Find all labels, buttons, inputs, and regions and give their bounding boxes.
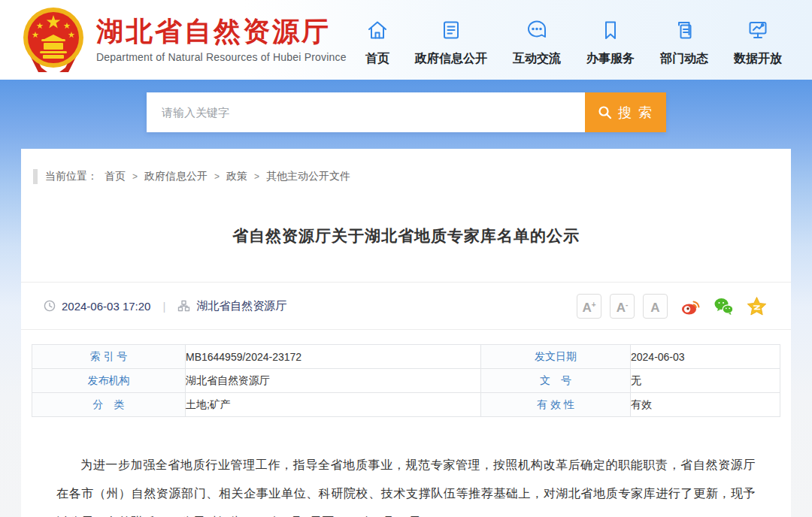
national-emblem-logo — [21, 6, 86, 75]
department-news-icon — [673, 19, 695, 44]
meta-label-doc-number: 文 号 — [480, 369, 630, 393]
site-header: 湖北省自然资源厅 Department of Natural Resources… — [0, 0, 812, 80]
table-row: 发布机构 湖北省自然资源厅 文 号 无 — [32, 369, 780, 393]
meta-value-validity: 有效 — [630, 393, 780, 417]
breadcrumb-item-policy[interactable]: 政策 — [226, 170, 247, 183]
interaction-icon — [526, 19, 548, 44]
breadcrumb-item-gov-info[interactable]: 政府信息公开 — [144, 170, 208, 183]
meta-divider: | — [162, 300, 165, 313]
meta-label-index-number: 索 引 号 — [32, 345, 186, 369]
article-paragraph: 为进一步加强全省地质行业管理工作，指导全省地质事业，规范专家管理，按照机构改革后… — [56, 451, 756, 517]
article-title: 省自然资源厅关于湖北省地质专家库名单的公示 — [21, 225, 791, 246]
info-disclosure-icon — [440, 19, 462, 44]
nav-item-gov-info[interactable]: 政府信息公开 — [415, 19, 487, 67]
breadcrumb: 当前位置： 首页 > 政府信息公开 > 政策 > 其他主动公开文件 — [21, 149, 791, 184]
breadcrumb-marker — [33, 169, 38, 184]
meta-value-category: 土地;矿产 — [185, 393, 480, 417]
meta-label-issuing-agency: 发布机构 — [32, 369, 186, 393]
breadcrumb-prefix: 当前位置： — [45, 170, 98, 183]
divider — [21, 329, 791, 330]
nav-item-open-data[interactable]: 数据开放 — [734, 19, 782, 67]
meta-value-issue-date: 2024-06-03 — [630, 345, 780, 369]
nav-label: 政府信息公开 — [415, 51, 487, 67]
article-meta-tools: A+ A- A — [577, 294, 767, 319]
wechat-icon[interactable] — [714, 296, 734, 316]
source-icon — [177, 300, 196, 312]
meta-label-issue-date: 发文日期 — [480, 345, 630, 369]
nav-item-department-news[interactable]: 部门动态 — [660, 19, 708, 67]
nav-item-interaction[interactable]: 互动交流 — [513, 19, 561, 67]
nav-label: 互动交流 — [513, 51, 561, 67]
site-title-block: 湖北省自然资源厅 Department of Natural Resources… — [96, 17, 347, 64]
article-meta-row: 2024-06-03 17:20 | 湖北省自然资源厅 A+ A- A — [21, 283, 791, 329]
font-decrease-button[interactable]: A- — [610, 294, 635, 319]
site-name-english: Department of Natural Resources of Hubei… — [96, 51, 347, 63]
main-nav: 首页 政府信息公开 互动交流 — [365, 13, 812, 67]
open-data-icon — [747, 19, 769, 44]
content-card: 当前位置： 首页 > 政府信息公开 > 政策 > 其他主动公开文件 省自然资源厅… — [21, 149, 791, 517]
search-button[interactable]: 搜 索 — [585, 92, 666, 132]
breadcrumb-item-other-open-docs[interactable]: 其他主动公开文件 — [266, 170, 350, 183]
breadcrumb-separator: > — [214, 171, 220, 182]
breadcrumb-separator: > — [132, 171, 138, 182]
breadcrumb-item-home[interactable]: 首页 — [105, 170, 126, 183]
document-meta-table: 索 引 号 MB1644959/2024-23172 发文日期 2024-06-… — [32, 344, 780, 417]
meta-label-validity: 有 效 性 — [480, 393, 630, 417]
nav-label: 首页 — [365, 51, 389, 67]
qzone-icon[interactable] — [747, 296, 767, 316]
nav-label: 数据开放 — [734, 51, 782, 67]
font-increase-button[interactable]: A+ — [577, 294, 601, 319]
search-bar: 搜 索 — [147, 92, 666, 132]
search-button-label: 搜 索 — [618, 104, 653, 122]
meta-value-index-number: MB1644959/2024-23172 — [185, 345, 480, 369]
meta-label-category: 分 类 — [32, 393, 186, 417]
page: 湖北省自然资源厅 Department of Natural Resources… — [0, 0, 812, 517]
clock-icon — [44, 300, 62, 312]
home-icon — [366, 19, 389, 44]
search-input[interactable] — [147, 92, 585, 132]
page-background: 搜 索 当前位置： 首页 > 政府信息公开 > 政策 > 其他主动公开文件 省自… — [0, 80, 812, 517]
nav-label: 办事服务 — [586, 51, 635, 67]
table-row: 分 类 土地;矿产 有 效 性 有效 — [32, 393, 780, 417]
publish-time: 2024-06-03 17:20 — [62, 300, 150, 313]
nav-item-services[interactable]: 办事服务 — [586, 19, 635, 67]
meta-value-doc-number: 无 — [630, 369, 780, 393]
nav-label: 部门动态 — [660, 51, 708, 67]
article-meta-left: 2024-06-03 17:20 | 湖北省自然资源厅 — [44, 299, 286, 313]
site-name: 湖北省自然资源厅 — [96, 17, 347, 47]
article-source[interactable]: 湖北省自然资源厅 — [196, 299, 286, 313]
weibo-icon[interactable] — [680, 296, 701, 316]
table-row: 索 引 号 MB1644959/2024-23172 发文日期 2024-06-… — [32, 345, 780, 369]
nav-item-home[interactable]: 首页 — [365, 19, 389, 67]
search-icon — [598, 105, 612, 119]
meta-value-issuing-agency: 湖北省自然资源厅 — [185, 369, 480, 393]
services-icon — [599, 19, 622, 44]
breadcrumb-separator: > — [254, 171, 259, 182]
font-reset-button[interactable]: A — [643, 294, 668, 319]
